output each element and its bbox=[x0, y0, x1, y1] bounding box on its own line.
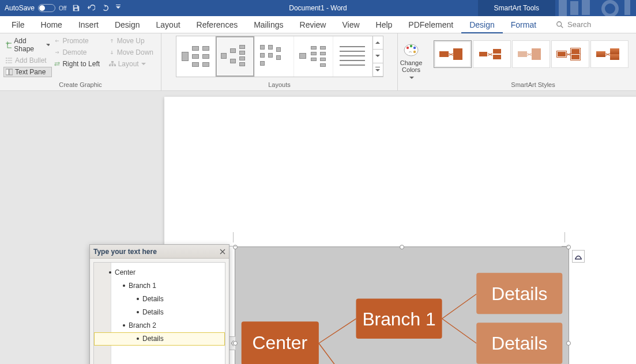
styles-gallery bbox=[434, 40, 629, 80]
move-up-button: Move Up bbox=[107, 36, 157, 46]
text-pane-item[interactable]: Center bbox=[94, 266, 225, 279]
text-pane-item[interactable]: Details bbox=[94, 306, 225, 319]
svg-rect-2 bbox=[116, 5, 121, 5]
tab-mailings[interactable]: Mailings bbox=[246, 16, 291, 33]
node-center[interactable]: Center bbox=[242, 321, 319, 364]
svg-point-7 bbox=[6, 60, 7, 61]
qat-customize-icon[interactable] bbox=[116, 3, 121, 11]
svg-rect-0 bbox=[74, 5, 77, 7]
svg-rect-1 bbox=[75, 8, 78, 10]
svg-text:Branch 1: Branch 1 bbox=[362, 309, 435, 329]
layout-option-5[interactable] bbox=[333, 36, 372, 77]
add-shape-icon bbox=[6, 41, 12, 48]
layout-button: Layout bbox=[107, 59, 157, 69]
node-details-1[interactable]: Details bbox=[476, 273, 562, 314]
tab-file[interactable]: File bbox=[3, 16, 33, 33]
save-icon[interactable] bbox=[72, 4, 80, 12]
arrow-left-icon bbox=[54, 38, 60, 44]
close-icon bbox=[220, 249, 225, 255]
demote-button: Demote bbox=[52, 47, 106, 58]
arrow-down-icon bbox=[109, 50, 115, 55]
layouts-gallery bbox=[176, 36, 383, 77]
dropdown-icon bbox=[141, 62, 146, 66]
svg-line-4 bbox=[561, 25, 563, 28]
gallery-up-button[interactable] bbox=[373, 36, 383, 50]
document-area[interactable]: Center Branch 1 Branch 2 Details Details… bbox=[0, 91, 636, 364]
layout-option-3[interactable] bbox=[255, 36, 294, 77]
ribbon-tabs: File Home Insert Design Layout Reference… bbox=[0, 16, 636, 33]
smartart-object[interactable]: Center Branch 1 Branch 2 Details Details… bbox=[235, 247, 569, 364]
text-pane-title: Type your text here bbox=[93, 248, 157, 256]
style-option-2[interactable] bbox=[473, 40, 511, 68]
tab-references[interactable]: References bbox=[189, 16, 246, 33]
arrow-right-icon bbox=[54, 50, 60, 55]
style-option-5[interactable] bbox=[590, 40, 629, 68]
layout-option-1[interactable] bbox=[176, 36, 216, 77]
svg-point-6 bbox=[6, 58, 7, 59]
svg-rect-14 bbox=[114, 65, 116, 66]
svg-text:Center: Center bbox=[253, 332, 308, 353]
text-pane-button[interactable]: Text Pane bbox=[3, 67, 52, 77]
smartart-text-pane[interactable]: Type your text here Center Branch 1 Deta… bbox=[89, 244, 229, 364]
tab-review[interactable]: Review bbox=[292, 16, 334, 33]
quick-access-toolbar bbox=[70, 3, 123, 14]
move-down-button: Move Down bbox=[107, 47, 157, 58]
undo-icon[interactable] bbox=[87, 4, 95, 12]
layout-icon bbox=[109, 61, 116, 67]
layout-options-button[interactable] bbox=[572, 250, 585, 263]
svg-point-8 bbox=[6, 62, 7, 63]
tab-smartart-format[interactable]: Format bbox=[503, 16, 544, 33]
group-label: Layouts bbox=[161, 80, 397, 90]
layout-option-2-selected[interactable] bbox=[216, 36, 255, 77]
svg-point-17 bbox=[407, 47, 409, 49]
autosave-toggle[interactable] bbox=[38, 4, 55, 12]
style-option-1-selected[interactable] bbox=[434, 40, 472, 68]
search-box[interactable]: Search bbox=[556, 20, 591, 29]
search-placeholder: Search bbox=[567, 20, 591, 29]
smartart-canvas: Center Branch 1 Branch 2 Details Details… bbox=[235, 247, 569, 364]
rtl-icon bbox=[54, 61, 60, 67]
group-label: SmartArt Styles bbox=[430, 80, 636, 90]
style-option-4[interactable] bbox=[551, 40, 589, 68]
svg-text:Details: Details bbox=[491, 333, 547, 354]
tab-view[interactable]: View bbox=[334, 16, 367, 33]
tab-layout[interactable]: Layout bbox=[148, 16, 189, 33]
node-branch-1[interactable]: Branch 1 bbox=[356, 298, 442, 339]
group-layouts: Layouts bbox=[161, 33, 398, 90]
text-pane-item[interactable]: Branch 2 bbox=[94, 319, 225, 332]
svg-rect-12 bbox=[109, 65, 111, 66]
text-pane-item[interactable]: Details bbox=[94, 293, 225, 306]
tab-help[interactable]: Help bbox=[368, 16, 401, 33]
gallery-more-button[interactable] bbox=[373, 63, 383, 77]
right-to-left-button[interactable]: Right to Left bbox=[52, 59, 106, 69]
redo-icon[interactable] bbox=[101, 4, 110, 12]
group-smartart-styles: SmartArt Styles bbox=[430, 33, 636, 90]
text-pane-item-selected[interactable]: Details bbox=[94, 332, 225, 346]
text-pane-item[interactable]: Branch 1 bbox=[94, 279, 225, 293]
svg-rect-11 bbox=[111, 61, 114, 63]
tab-smartart-design[interactable]: Design bbox=[461, 16, 503, 33]
dropdown-icon bbox=[46, 43, 50, 47]
tab-pdfelement[interactable]: PDFelement bbox=[400, 16, 461, 33]
layout-option-4[interactable] bbox=[294, 36, 333, 77]
group-create-graphic: Add Shape Add Bullet Text Pane Promote bbox=[0, 33, 161, 90]
document-title: Document1 - Word bbox=[289, 4, 347, 12]
change-colors-button[interactable]: Change Colors bbox=[398, 33, 424, 90]
add-shape-button[interactable]: Add Shape bbox=[3, 36, 52, 54]
tab-insert[interactable]: Insert bbox=[70, 16, 107, 33]
promote-button: Promote bbox=[52, 36, 106, 46]
close-button[interactable] bbox=[220, 247, 225, 256]
tab-design[interactable]: Design bbox=[107, 16, 148, 33]
autosave-label: AutoSave bbox=[5, 4, 35, 12]
node-details-2[interactable]: Details bbox=[476, 323, 562, 364]
gallery-down-button[interactable] bbox=[373, 50, 383, 63]
svg-point-3 bbox=[557, 21, 562, 26]
text-pane-header[interactable]: Type your text here bbox=[90, 245, 229, 259]
svg-text:Details: Details bbox=[491, 283, 547, 304]
group-label: Create Graphic bbox=[0, 80, 161, 90]
text-pane-list[interactable]: Center Branch 1 Details Details Branch 2… bbox=[93, 262, 225, 364]
style-option-3[interactable] bbox=[512, 40, 550, 68]
svg-rect-21 bbox=[575, 259, 582, 260]
tab-home[interactable]: Home bbox=[33, 16, 70, 33]
palette-icon bbox=[403, 43, 419, 57]
